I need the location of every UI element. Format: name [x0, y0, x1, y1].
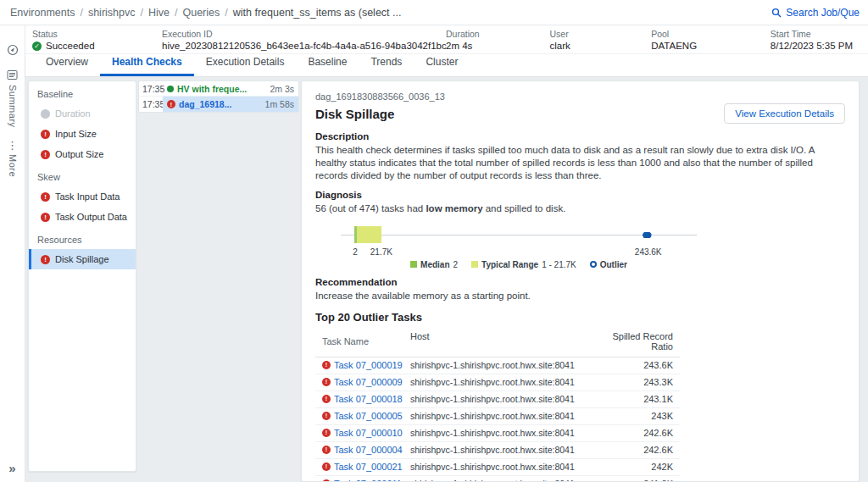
sidebar-item-summary[interactable]: Summary — [7, 69, 18, 128]
success-icon — [32, 42, 42, 51]
health-check-task-input-data[interactable]: Task Input Data — [29, 186, 136, 207]
duration-field: Duration 2m 4s — [446, 29, 550, 51]
tab-trends[interactable]: Trends — [359, 51, 414, 76]
timeline-entry-name: dag_16918... — [179, 99, 231, 109]
table-row[interactable]: Task 07_000018 shirishpvc-1.shirishpvc.r… — [315, 391, 680, 408]
task-host: shirishpvc-1.shirishpvc.root.hwx.site:80… — [410, 377, 597, 387]
task-host: shirishpvc-1.shirishpvc.root.hwx.site:80… — [410, 462, 597, 472]
recommendation-text: Increase the available memory as a start… — [315, 290, 845, 302]
task-ratio: 243.1K — [597, 394, 673, 404]
search-icon — [771, 8, 782, 18]
timeline-row-dag[interactable]: 17:35 dag_16918... 1m 58s — [139, 97, 298, 112]
outlier-tasks-table: Task Name Host Spilled Record Ratio Task… — [315, 328, 680, 482]
legend-label: Outlier — [600, 260, 627, 269]
task-link[interactable]: Task 07_000005 — [334, 411, 403, 421]
warning-icon — [322, 378, 331, 386]
explore-nav-button[interactable] — [7, 44, 19, 56]
tab-cluster[interactable]: Cluster — [414, 51, 470, 76]
error-status-icon — [167, 100, 175, 108]
summary-icon — [7, 69, 18, 80]
start-time-value: 8/12/2023 5:35 PM — [771, 41, 853, 51]
chart-legend: Median 2 Typical Range 1 - 21.7K Outlier — [341, 260, 697, 269]
task-link[interactable]: Task 07_000011 — [334, 479, 402, 482]
warning-icon — [322, 446, 331, 454]
health-check-label: Disk Spillage — [55, 254, 109, 264]
health-check-label: Input Size — [55, 129, 97, 139]
task-link[interactable]: Task 07_000009 — [334, 377, 403, 387]
health-check-label: Output Size — [55, 149, 103, 159]
tab-overview[interactable]: Overview — [34, 51, 100, 76]
tab-bar: Overview Health Checks Execution Details… — [25, 54, 868, 77]
breadcrumb-hive[interactable]: Hive — [148, 7, 170, 19]
table-row[interactable]: Task 07_000005 shirishpvc-1.shirishpvc.r… — [315, 408, 680, 425]
outlier-tasks-heading: Top 20 Outlier Tasks — [315, 311, 845, 324]
description-text: This health check determines if tasks sp… — [315, 144, 845, 182]
tab-health-checks[interactable]: Health Checks — [100, 51, 194, 76]
task-link[interactable]: Task 07_000019 — [334, 360, 403, 370]
summary-label: Summary — [8, 85, 18, 128]
task-ratio: 243.3K — [597, 377, 673, 387]
more-label: More — [8, 154, 18, 177]
health-check-duration[interactable]: Duration — [29, 103, 136, 124]
query-timeline-panel: 17:35 HV with freque... 2m 3s 17:35 dag_… — [138, 80, 299, 113]
timeline-row-query[interactable]: 17:35 HV with freque... 2m 3s — [139, 81, 298, 97]
table-row[interactable]: Task 07_000021 shirishpvc-1.shirishpvc.r… — [315, 459, 680, 476]
task-ratio: 242.6K — [597, 428, 673, 438]
duration-label: Duration — [446, 29, 542, 39]
task-ratio: 243.6K — [597, 360, 673, 370]
table-row[interactable]: Task 07_000004 shirishpvc-1.shirishpvc.r… — [315, 442, 680, 459]
task-link[interactable]: Task 07_000018 — [334, 394, 403, 404]
tab-execution-details[interactable]: Execution Details — [194, 51, 297, 76]
execution-id-label: Execution ID — [162, 29, 437, 39]
view-execution-details-button[interactable]: View Execution Details — [724, 103, 845, 124]
health-check-output-size[interactable]: Output Size — [29, 144, 136, 164]
tab-baseline[interactable]: Baseline — [296, 51, 359, 76]
chart-track — [341, 222, 697, 247]
start-time-label: Start Time — [771, 29, 853, 39]
status-field: Status Succeeded — [32, 29, 162, 51]
user-value: clark — [550, 41, 643, 51]
recommendation-label: Recommendation — [315, 277, 845, 287]
task-ratio: 242.6K — [597, 445, 673, 455]
breadcrumb-queries[interactable]: Queries — [182, 7, 220, 19]
warning-icon — [322, 361, 331, 369]
table-row[interactable]: Task 07_000010 shirishpvc-1.shirishpvc.r… — [315, 425, 680, 442]
sidebar-item-more[interactable]: ⋮ More — [7, 141, 18, 177]
search-job-query-link[interactable]: Search Job/Que — [771, 7, 860, 19]
health-check-disk-spillage[interactable]: Disk Spillage — [29, 249, 136, 269]
expand-panel-icon[interactable]: » — [8, 461, 15, 475]
table-row[interactable]: Task 07_000009 shirishpvc-1.shirishpvc.r… — [315, 374, 680, 391]
breadcrumb-separator: / — [175, 7, 177, 19]
task-host: shirishpvc-1.shirishpvc.root.hwx.site:80… — [410, 445, 597, 455]
search-link-label: Search Job/Que — [786, 7, 860, 19]
health-check-task-output-data[interactable]: Task Output Data — [29, 207, 136, 227]
typical-range-swatch-icon — [471, 261, 478, 268]
error-status-icon — [41, 130, 50, 139]
disabled-status-icon — [41, 109, 50, 119]
legend-item-typical-range: Typical Range 1 - 21.7K — [471, 260, 576, 269]
task-link[interactable]: Task 07_000021 — [334, 462, 403, 472]
task-host: shirishpvc-1.shirishpvc.root.hwx.site:80… — [410, 360, 597, 370]
axis-tick: 2 — [353, 247, 358, 257]
success-dot-icon — [167, 86, 174, 92]
breadcrumb-separator: / — [141, 7, 143, 19]
execution-id-field: Execution ID hive_20230812120536_b643ee1… — [162, 29, 446, 51]
start-time-field: Start Time 8/12/2023 5:35 PM — [771, 29, 861, 51]
job-status-bar: Status Succeeded Execution ID hive_20230… — [25, 25, 868, 54]
outlier-swatch-icon — [590, 261, 597, 268]
breadcrumb-environment-name[interactable]: shirishpvc — [88, 7, 136, 19]
health-check-input-size[interactable]: Input Size — [29, 124, 136, 144]
health-check-label: Task Output Data — [55, 212, 127, 222]
task-link[interactable]: Task 07_000004 — [334, 445, 403, 455]
legend-label: Typical Range — [481, 260, 538, 269]
outlier-dot — [643, 232, 648, 238]
task-ratio: 242K — [597, 462, 673, 472]
task-link[interactable]: Task 07_000010 — [334, 428, 403, 438]
spillage-distribution-chart: 221.7K243.6K Median 2 Typical Range 1 - … — [341, 222, 697, 269]
breadcrumb-separator: / — [80, 7, 82, 19]
table-row[interactable]: Task 07_000011 shirishpvc-1.shirishpvc.r… — [315, 476, 680, 482]
breadcrumb-environments[interactable]: Environments — [10, 7, 75, 19]
table-row[interactable]: Task 07_000019 shirishpvc-1.shirishpvc.r… — [315, 357, 680, 374]
section-title-skew: Skew — [29, 164, 136, 186]
table-header: Task Name Host Spilled Record Ratio — [315, 328, 680, 357]
